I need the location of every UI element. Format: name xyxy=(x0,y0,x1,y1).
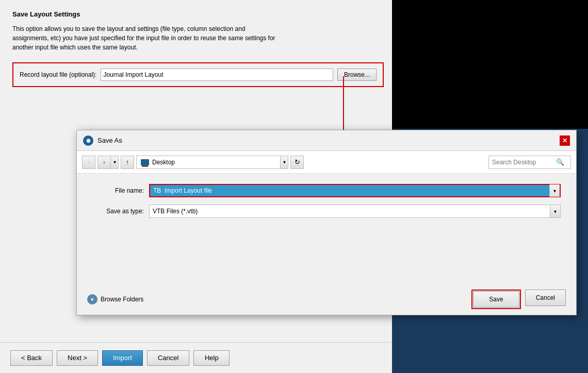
nav-location-dropdown[interactable]: ▾ xyxy=(280,156,288,169)
dialog-cancel-button[interactable]: Cancel xyxy=(525,290,566,306)
nav-refresh-button[interactable]: ↻ xyxy=(290,156,304,169)
nav-forward-button[interactable]: › xyxy=(97,156,111,169)
dialog-footer: ▾ Browse Folders Save Cancel xyxy=(77,284,576,315)
filename-input[interactable] xyxy=(150,185,549,196)
black-background xyxy=(392,0,588,129)
savetype-value: VTB Files (*.vtb) xyxy=(150,208,550,215)
filename-row: File name: ▾ xyxy=(92,184,561,197)
next-button[interactable]: Next > xyxy=(57,350,98,366)
dialog-title: Save As xyxy=(97,137,122,144)
browse-folders-button[interactable]: ▾ Browse Folders xyxy=(87,294,143,304)
filename-label: File name: xyxy=(92,187,144,194)
wizard-bottom-bar: < Back Next > Import Cancel Help xyxy=(0,342,392,373)
cancel-button[interactable]: Cancel xyxy=(147,350,189,366)
savetype-select-wrapper: VTB Files (*.vtb) ▾ xyxy=(149,205,561,218)
dialog-nav-bar: ‹ › ▾ ↑ Desktop ▾ ↻ 🔍 xyxy=(77,151,576,174)
browse-folders-label: Browse Folders xyxy=(101,296,143,303)
browse-folders-icon: ▾ xyxy=(87,294,97,304)
dialog-body: File name: ▾ Save as type: VTB Files (*.… xyxy=(77,174,576,228)
wizard-content: Save Layout Settings This option allows … xyxy=(0,0,392,97)
filename-input-wrapper: ▾ xyxy=(149,184,561,197)
nav-search-box: 🔍 xyxy=(488,156,571,169)
filename-dropdown-button[interactable]: ▾ xyxy=(549,184,560,197)
nav-history-dropdown[interactable]: ▾ xyxy=(110,156,119,169)
help-button[interactable]: Help xyxy=(193,350,230,366)
dialog-app-icon: ◉ xyxy=(83,135,93,146)
save-btn-wrapper: Save xyxy=(471,290,520,309)
section-description: This option allows you to save the layou… xyxy=(12,24,281,52)
dialog-close-button[interactable]: ✕ xyxy=(560,135,570,146)
savetype-label: Save as type: xyxy=(92,208,144,215)
nav-location-label: Desktop xyxy=(152,159,175,166)
dialog-title-left: ◉ Save As xyxy=(83,135,122,146)
resize-grip[interactable]: ⋱ xyxy=(569,308,575,314)
nav-location-button[interactable]: Desktop xyxy=(136,156,281,169)
nav-back-button[interactable]: ‹ xyxy=(82,156,95,169)
section-title: Save Layout Settings xyxy=(12,10,380,18)
save-button[interactable]: Save xyxy=(473,291,519,308)
desktop-icon xyxy=(141,159,149,165)
save-as-dialog: ◉ Save As ✕ ‹ › ▾ ↑ Desktop ▾ ↻ 🔍 File n… xyxy=(76,130,577,315)
back-button[interactable]: < Back xyxy=(10,350,53,366)
record-layout-input[interactable] xyxy=(101,69,333,81)
record-layout-row: Record layout file (optional): Browse... xyxy=(12,62,384,87)
savetype-row: Save as type: VTB Files (*.vtb) ▾ xyxy=(92,205,561,218)
nav-up-button[interactable]: ↑ xyxy=(121,156,134,169)
search-input[interactable] xyxy=(492,159,554,166)
dialog-titlebar: ◉ Save As ✕ xyxy=(77,130,576,151)
savetype-dropdown-button[interactable]: ▾ xyxy=(550,205,560,217)
import-button[interactable]: Import xyxy=(102,350,143,366)
dialog-action-buttons: Save Cancel xyxy=(471,290,566,309)
search-icon: 🔍 xyxy=(556,158,564,166)
record-layout-label: Record layout file (optional): xyxy=(20,71,96,78)
